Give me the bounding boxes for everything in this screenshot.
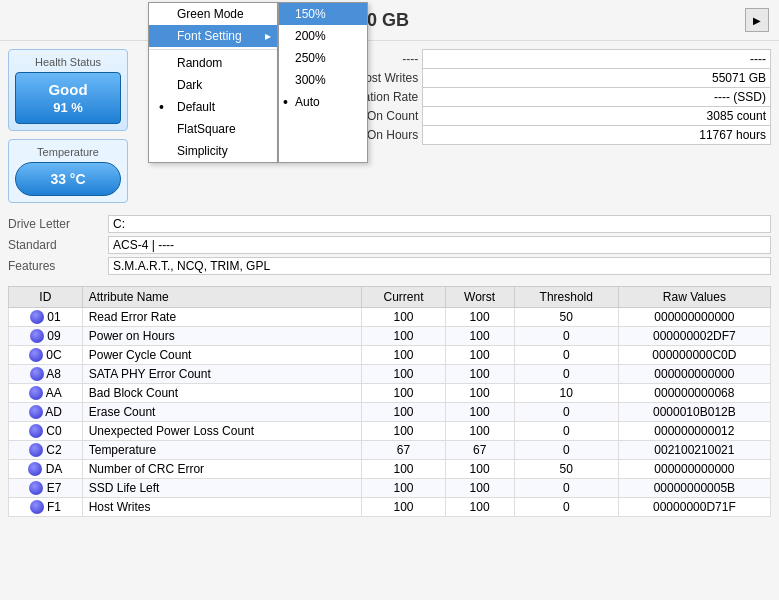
smart-row-raw: 000000000C0D bbox=[618, 346, 770, 365]
smart-row-id: AD bbox=[9, 403, 83, 422]
smart-table-row[interactable]: F1 Host Writes 100 100 0 00000000D71F bbox=[9, 498, 771, 517]
features-value: S.M.A.R.T., NCQ, TRIM, GPL bbox=[108, 257, 771, 275]
smart-row-worst: 100 bbox=[445, 365, 514, 384]
status-dot bbox=[30, 500, 44, 514]
health-percent: 91 % bbox=[28, 100, 108, 115]
smart-row-id: DA bbox=[9, 460, 83, 479]
smart-row-worst: 100 bbox=[445, 460, 514, 479]
menu-item-default[interactable]: Default bbox=[149, 96, 277, 118]
smart-table-row[interactable]: E7 SSD Life Left 100 100 0 00000000005B bbox=[9, 479, 771, 498]
left-panel: Health Status Good 91 % Temperature 33 °… bbox=[8, 49, 128, 203]
smart-row-raw: 000000002DF7 bbox=[618, 327, 770, 346]
smart-row-threshold: 0 bbox=[514, 479, 618, 498]
standard-value: ACS-4 | ---- bbox=[108, 236, 771, 254]
menu-left[interactable]: Green Mode Font Setting Random Dark Defa… bbox=[148, 2, 278, 163]
smart-row-threshold: 0 bbox=[514, 422, 618, 441]
smart-table-row[interactable]: AA Bad Block Count 100 100 10 0000000000… bbox=[9, 384, 771, 403]
smart-row-current: 100 bbox=[362, 460, 445, 479]
smart-row-raw: 000000000000 bbox=[618, 308, 770, 327]
smart-table-row[interactable]: C0 Unexpected Power Loss Count 100 100 0… bbox=[9, 422, 771, 441]
zoom-item-auto[interactable]: Auto bbox=[279, 91, 367, 113]
status-dot-container: 0C bbox=[15, 348, 76, 362]
smart-row-id: 0C bbox=[9, 346, 83, 365]
smart-row-threshold: 0 bbox=[514, 403, 618, 422]
status-dot bbox=[29, 443, 43, 457]
smart-row-name: Read Error Rate bbox=[82, 308, 362, 327]
menu-item-dark[interactable]: Dark bbox=[149, 74, 277, 96]
status-dot-container: AD bbox=[15, 405, 76, 419]
zoom-item-150[interactable]: 150% bbox=[279, 3, 367, 25]
smart-row-threshold: 50 bbox=[514, 308, 618, 327]
status-dot bbox=[29, 348, 43, 362]
smart-row-raw: 002100210021 bbox=[618, 441, 770, 460]
smart-table-row[interactable]: 09 Power on Hours 100 100 0 000000002DF7 bbox=[9, 327, 771, 346]
features-row: Features S.M.A.R.T., NCQ, TRIM, GPL bbox=[8, 257, 771, 275]
smart-row-worst: 67 bbox=[445, 441, 514, 460]
status-dot-container: F1 bbox=[15, 500, 76, 514]
smart-row-current: 100 bbox=[362, 308, 445, 327]
smart-table-header-row: ID Attribute Name Current Worst Threshol… bbox=[9, 287, 771, 308]
smart-row-id: AA bbox=[9, 384, 83, 403]
smart-row-raw: 00000000005B bbox=[618, 479, 770, 498]
smart-table-row[interactable]: AD Erase Count 100 100 0 0000010B012B bbox=[9, 403, 771, 422]
status-dot bbox=[30, 329, 44, 343]
smart-row-id: A8 bbox=[9, 365, 83, 384]
menu-item-flatsquare[interactable]: FlatSquare bbox=[149, 118, 277, 140]
health-box: Health Status Good 91 % bbox=[8, 49, 128, 131]
smart-row-id: 09 bbox=[9, 327, 83, 346]
smart-row-threshold: 0 bbox=[514, 498, 618, 517]
features-label: Features bbox=[8, 259, 108, 273]
menu-right[interactable]: 150% 200% 250% 300% Auto bbox=[278, 2, 368, 163]
menu-item-font-setting[interactable]: Font Setting bbox=[149, 25, 277, 47]
menu-item-simplicity[interactable]: Simplicity bbox=[149, 140, 277, 162]
smart-table-row[interactable]: A8 SATA PHY Error Count 100 100 0 000000… bbox=[9, 365, 771, 384]
menu-container: Green Mode Font Setting Random Dark Defa… bbox=[148, 2, 368, 163]
smart-table-row[interactable]: 0C Power Cycle Count 100 100 0 000000000… bbox=[9, 346, 771, 365]
health-status-text: Good bbox=[28, 81, 108, 98]
smart-row-threshold: 0 bbox=[514, 441, 618, 460]
status-dot-container: A8 bbox=[15, 367, 76, 381]
menu-item-random[interactable]: Random bbox=[149, 52, 277, 74]
th-worst: Worst bbox=[445, 287, 514, 308]
smart-row-worst: 100 bbox=[445, 346, 514, 365]
smart-row-name: Number of CRC Error bbox=[82, 460, 362, 479]
smart-row-raw: 000000000068 bbox=[618, 384, 770, 403]
zoom-item-250[interactable]: 250% bbox=[279, 47, 367, 69]
play-button[interactable]: ▶ bbox=[745, 8, 769, 32]
smart-row-current: 100 bbox=[362, 403, 445, 422]
health-label: Health Status bbox=[15, 56, 121, 68]
zoom-item-200[interactable]: 200% bbox=[279, 25, 367, 47]
smart-row-id: C2 bbox=[9, 441, 83, 460]
smart-row-threshold: 50 bbox=[514, 460, 618, 479]
status-dot-container: E7 bbox=[15, 481, 76, 495]
total-host-writes-value: 55071 GB bbox=[423, 69, 771, 88]
standard-row: Standard ACS-4 | ---- bbox=[8, 236, 771, 254]
zoom-item-300[interactable]: 300% bbox=[279, 69, 367, 91]
standard-label: Standard bbox=[8, 238, 108, 252]
health-status-button[interactable]: Good 91 % bbox=[15, 72, 121, 124]
smart-row-current: 100 bbox=[362, 346, 445, 365]
status-dot bbox=[29, 481, 43, 495]
smart-table-row[interactable]: C2 Temperature 67 67 0 002100210021 bbox=[9, 441, 771, 460]
status-dot bbox=[28, 462, 42, 476]
smart-table-row[interactable]: DA Number of CRC Error 100 100 50 000000… bbox=[9, 460, 771, 479]
temp-box: Temperature 33 °C bbox=[8, 139, 128, 203]
smart-table-row[interactable]: 01 Read Error Rate 100 100 50 0000000000… bbox=[9, 308, 771, 327]
dash1-value: ---- bbox=[423, 50, 771, 69]
smart-row-current: 100 bbox=[362, 498, 445, 517]
menu-item-green-mode[interactable]: Green Mode bbox=[149, 3, 277, 25]
smart-row-threshold: 0 bbox=[514, 365, 618, 384]
header-section: GNTD 240,0 GB ▶ bbox=[0, 0, 779, 41]
smart-row-current: 100 bbox=[362, 384, 445, 403]
smart-row-current: 67 bbox=[362, 441, 445, 460]
th-attribute-name: Attribute Name bbox=[82, 287, 362, 308]
smart-row-id: F1 bbox=[9, 498, 83, 517]
th-current: Current bbox=[362, 287, 445, 308]
content-area: Health Status Good 91 % Temperature 33 °… bbox=[0, 41, 779, 211]
smart-row-threshold: 0 bbox=[514, 327, 618, 346]
smart-row-threshold: 0 bbox=[514, 346, 618, 365]
status-dot-container: 01 bbox=[15, 310, 76, 324]
smart-row-name: Host Writes bbox=[82, 498, 362, 517]
temperature-button[interactable]: 33 °C bbox=[15, 162, 121, 196]
power-on-count-value: 3085 count bbox=[423, 107, 771, 126]
